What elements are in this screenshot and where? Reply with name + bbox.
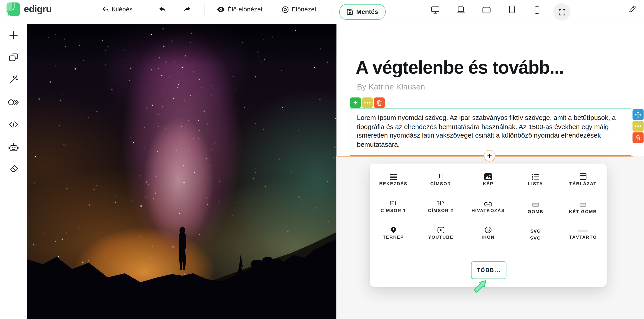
insert-item-youtube[interactable]: YOUTUBE [417, 223, 464, 246]
svg-text-icon: SVG [530, 223, 540, 234]
link-icon [484, 196, 492, 207]
more-blocks-button[interactable]: TÖBB... [471, 261, 506, 279]
preview-label: Előnézet [292, 6, 316, 13]
insert-item-ket-gomb[interactable]: KÉT GOMB [559, 196, 607, 219]
block-move-handle[interactable] [632, 109, 644, 120]
insert-item-tavtarto[interactable]: TÁVTARTÓ [559, 223, 607, 246]
fullscreen-button[interactable] [553, 3, 570, 21]
heading2-icon: H2 [437, 196, 444, 207]
code-icon[interactable] [8, 119, 19, 130]
transitions-icon[interactable] [8, 97, 19, 108]
cursor-arrow-icon [472, 278, 488, 295]
heading-icon: H [438, 169, 443, 180]
insert-item-tablazat[interactable]: TÁBLÁZAT [559, 169, 607, 192]
floppy-disk-icon [347, 9, 353, 15]
eraser-icon[interactable] [8, 164, 19, 174]
block-add-button[interactable]: + [350, 97, 361, 108]
undo-button[interactable] [158, 5, 167, 14]
preview-target-icon [282, 6, 289, 13]
ai-assistant-robot-icon[interactable] [8, 142, 19, 153]
block-options-handle[interactable] [632, 121, 644, 132]
ellipsis-icon [364, 102, 370, 103]
live-preview-button[interactable]: Élő előnézet [217, 0, 262, 19]
insert-menu-grid: BEKEZDÉS H CÍMSOR KÉP LISTA [370, 169, 607, 246]
insert-item-svg[interactable]: SVG SVG [512, 223, 559, 246]
image-icon [484, 169, 492, 180]
duplicate-icon[interactable] [8, 52, 19, 63]
add-block-icon[interactable] [8, 30, 19, 41]
edit-pencil-icon[interactable] [628, 5, 636, 14]
popup-divider [370, 255, 607, 255]
paragraph-block[interactable]: Lorem Ipsum nyomdai szöveg. Az ipar szab… [350, 108, 631, 156]
redo-button[interactable] [182, 5, 192, 14]
heading1-icon: H1 [390, 196, 397, 207]
button-icon [532, 196, 539, 208]
plus-icon: + [353, 99, 358, 107]
block-delete-button[interactable] [374, 97, 385, 108]
save-label: Mentés [356, 8, 378, 16]
insert-item-cimsor1[interactable]: H1 CÍMSOR 1 [370, 196, 417, 219]
article-byline[interactable]: By Katrine Klausen [357, 82, 425, 92]
exit-label: Kilépés [112, 6, 132, 13]
editor-window: edigru Kilépés [0, 0, 644, 319]
paragraph-text[interactable]: Lorem Ipsum nyomdai szöveg. Az ipar szab… [357, 113, 624, 149]
insert-menu-popup: BEKEZDÉS H CÍMSOR KÉP LISTA [370, 164, 607, 287]
smiley-icon [484, 223, 492, 233]
brand-name: edigru [24, 4, 52, 15]
insert-item-kep[interactable]: KÉP [464, 169, 512, 192]
edigru-logo-icon [6, 3, 20, 16]
ground-silhouette [27, 225, 336, 319]
article-hero-image[interactable] [27, 24, 336, 319]
insert-item-cimsor2[interactable]: H2 CÍMSOR 2 [417, 196, 464, 219]
insert-item-bekezdes[interactable]: BEKEZDÉS [370, 169, 417, 192]
insert-plus-button[interactable]: + [484, 150, 495, 161]
paragraph-icon [390, 169, 397, 180]
exit-button[interactable]: Kilépés [102, 0, 132, 19]
separator [333, 4, 333, 16]
sidebar [0, 19, 27, 319]
exit-arrow-icon [102, 6, 109, 13]
device-tablet-portrait-icon[interactable] [507, 5, 516, 14]
save-button[interactable]: Mentés [339, 4, 386, 20]
insert-item-lista[interactable]: LISTA [512, 169, 559, 192]
move-icon [635, 112, 641, 118]
preview-button[interactable]: Előnézet [282, 0, 316, 19]
live-preview-label: Élő előnézet [228, 6, 263, 13]
magic-wand-icon[interactable] [8, 74, 19, 85]
insert-item-gomb[interactable]: GOMB [512, 196, 559, 219]
topbar: edigru Kilépés [0, 0, 644, 19]
ellipsis-icon [635, 126, 641, 127]
device-laptop-icon[interactable] [456, 5, 465, 14]
article-title[interactable]: A végtelenbe és tovább... [356, 57, 619, 78]
spacer-icon [578, 223, 588, 233]
trash-icon [636, 135, 640, 141]
table-icon [580, 169, 586, 180]
youtube-icon [437, 223, 444, 233]
device-phone-icon[interactable] [532, 5, 541, 14]
block-toolbar: + [350, 97, 385, 108]
device-desktop-icon[interactable] [431, 5, 440, 14]
insert-item-cimsor[interactable]: H CÍMSOR [417, 169, 464, 192]
separator [204, 4, 204, 16]
eye-filled-icon [217, 7, 225, 12]
trash-icon [376, 100, 382, 106]
insert-item-ikon[interactable]: IKON [464, 223, 512, 246]
list-icon [532, 169, 539, 180]
block-side-handles [632, 109, 644, 143]
insert-item-hivatkozas[interactable]: HIVATKOZÁS [464, 196, 512, 219]
device-tablet-landscape-icon[interactable] [482, 5, 490, 14]
block-delete-handle[interactable] [632, 132, 644, 143]
insert-item-terkep[interactable]: TÉRKÉP [370, 223, 417, 246]
separator [146, 4, 146, 16]
block-more-button[interactable] [362, 97, 373, 108]
brand[interactable]: edigru [6, 3, 52, 16]
two-buttons-icon [580, 196, 586, 208]
map-pin-icon [391, 223, 396, 233]
